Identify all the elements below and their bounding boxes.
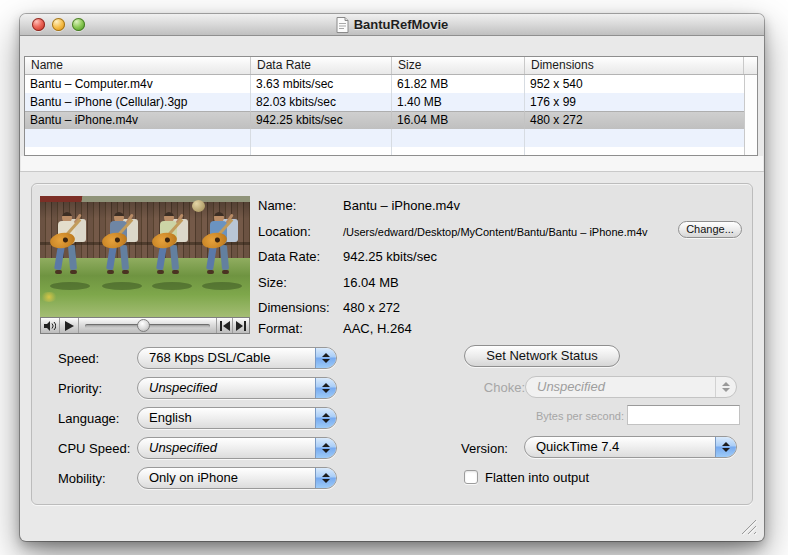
volume-button[interactable]: [41, 318, 60, 333]
minimize-button[interactable]: [52, 18, 65, 31]
video-preview[interactable]: [40, 196, 250, 317]
cell-size: 61.82 MB: [392, 75, 525, 93]
section-divider-line: [20, 171, 764, 172]
data-rate-value: 942.25 kbits/sec: [343, 249, 437, 264]
section-divider-strip: [21, 156, 763, 171]
close-button[interactable]: [32, 18, 45, 31]
cell-name: Bantu – iPhone.m4v: [25, 111, 251, 129]
window-title: BantuRefMovie: [354, 17, 449, 32]
format-value: AAC, H.264: [343, 321, 412, 336]
scrollbar-gutter-header: [744, 57, 757, 74]
guitarist-figure: [150, 212, 194, 304]
cell-data-rate: 82.03 kbits/sec: [251, 93, 392, 111]
size-label: Size:: [258, 275, 343, 290]
column-header-data-rate[interactable]: Data Rate: [251, 57, 392, 74]
play-icon: [65, 321, 74, 331]
step-back-button[interactable]: [216, 318, 232, 333]
cell-name: Bantu – Computer.m4v: [25, 75, 251, 93]
cell-name: Bantu – iPhone (Cellular).3gp: [25, 93, 251, 111]
language-value: English: [149, 408, 312, 428]
zoom-button[interactable]: [72, 18, 85, 31]
step-back-icon: [220, 321, 230, 331]
window: BantuRefMovie Name Data Rate Size Dimens…: [20, 14, 764, 541]
speed-popup[interactable]: 768 Kbps DSL/Cable: [137, 347, 337, 369]
choke-popup: Unspecified: [525, 376, 737, 398]
table-body: Bantu – Computer.m4v 3.63 mbits/sec 61.8…: [25, 75, 757, 155]
scrollbar-gutter[interactable]: [744, 75, 757, 155]
step-forward-icon: [236, 321, 246, 331]
version-label: Version:: [461, 441, 508, 456]
popup-stepper-icon: [715, 437, 736, 457]
cpu-speed-popup[interactable]: Unspecified: [137, 437, 337, 459]
bytes-per-second-label: Bytes per second:: [490, 410, 624, 422]
table-header: Name Data Rate Size Dimensions: [25, 57, 757, 75]
set-network-status-button[interactable]: Set Network Status: [464, 345, 620, 367]
language-label: Language:: [58, 411, 119, 426]
popup-stepper-icon: [315, 438, 336, 458]
speed-value: 768 Kbps DSL/Cable: [149, 348, 312, 368]
choke-value: Unspecified: [537, 377, 712, 397]
resize-grip-icon[interactable]: [738, 516, 758, 536]
cell-size: 16.04 MB: [392, 111, 525, 129]
video-controller: [40, 317, 250, 334]
version-popup[interactable]: QuickTime 7.4: [524, 436, 737, 458]
bytes-per-second-field[interactable]: [627, 405, 740, 425]
cell-dimensions: 952 x 540: [525, 75, 744, 93]
name-label: Name:: [258, 198, 343, 213]
version-value: QuickTime 7.4: [536, 437, 712, 457]
guitarist-figure: [100, 212, 144, 304]
popup-stepper-icon: [315, 408, 336, 428]
location-value: /Users/edward/Desktop/MyContent/Bantu/Ba…: [343, 226, 648, 238]
timeline-slider[interactable]: [79, 318, 216, 333]
speed-label: Speed:: [58, 351, 99, 366]
slider-thumb[interactable]: [137, 319, 150, 332]
cell-data-rate: 942.25 kbits/sec: [251, 111, 392, 129]
location-label: Location:: [258, 224, 343, 239]
cell-dimensions: 480 x 272: [525, 111, 744, 129]
priority-popup[interactable]: Unspecified: [137, 377, 337, 399]
ball-on-fence: [192, 200, 205, 212]
mobility-popup[interactable]: Only on iPhone: [137, 467, 337, 489]
movie-list-table: Name Data Rate Size Dimensions Bantu – C…: [24, 56, 758, 156]
table-row[interactable]: Bantu – iPhone (Cellular).3gp 82.03 kbit…: [25, 93, 744, 111]
column-header-name[interactable]: Name: [25, 57, 251, 74]
popup-stepper-icon: [715, 377, 736, 397]
table-row-empty[interactable]: [25, 147, 744, 155]
priority-value: Unspecified: [149, 378, 312, 398]
column-header-dimensions[interactable]: Dimensions: [525, 57, 744, 74]
cell-size: 1.40 MB: [392, 93, 525, 111]
popup-stepper-icon: [315, 468, 336, 488]
volume-icon: [44, 321, 56, 331]
data-rate-label: Data Rate:: [258, 249, 343, 264]
column-header-size[interactable]: Size: [392, 57, 525, 74]
dimensions-value: 480 x 272: [343, 300, 400, 315]
language-popup[interactable]: English: [137, 407, 337, 429]
title-proxy: BantuRefMovie: [336, 17, 449, 33]
cpu-speed-value: Unspecified: [149, 438, 312, 458]
mobility-value: Only on iPhone: [149, 468, 312, 488]
table-row-empty[interactable]: [25, 129, 744, 147]
mobility-label: Mobility:: [58, 471, 106, 486]
guitarist-figure: [200, 212, 244, 304]
cell-data-rate: 3.63 mbits/sec: [251, 75, 392, 93]
cell-dimensions: 176 x 99: [525, 93, 744, 111]
priority-label: Priority:: [58, 381, 102, 396]
popup-stepper-icon: [315, 348, 336, 368]
size-value: 16.04 MB: [343, 275, 399, 290]
play-button[interactable]: [60, 318, 79, 333]
change-button[interactable]: Change...: [678, 221, 742, 238]
guitarist-figure: [48, 212, 92, 304]
window-controls: [32, 18, 85, 31]
document-icon[interactable]: [336, 17, 349, 33]
table-row-selected[interactable]: Bantu – iPhone.m4v 942.25 kbits/sec 16.0…: [25, 111, 744, 129]
table-row[interactable]: Bantu – Computer.m4v 3.63 mbits/sec 61.8…: [25, 75, 744, 93]
desktop-background: BantuRefMovie Name Data Rate Size Dimens…: [0, 0, 788, 555]
step-forward-button[interactable]: [232, 318, 249, 333]
flatten-checkbox[interactable]: [464, 470, 478, 484]
flatten-label: Flatten into output: [485, 470, 589, 485]
format-label: Format:: [258, 321, 343, 336]
dimensions-label: Dimensions:: [258, 300, 343, 315]
name-value: Bantu – iPhone.m4v: [343, 198, 460, 213]
popup-stepper-icon: [315, 378, 336, 398]
titlebar[interactable]: BantuRefMovie: [20, 14, 764, 36]
